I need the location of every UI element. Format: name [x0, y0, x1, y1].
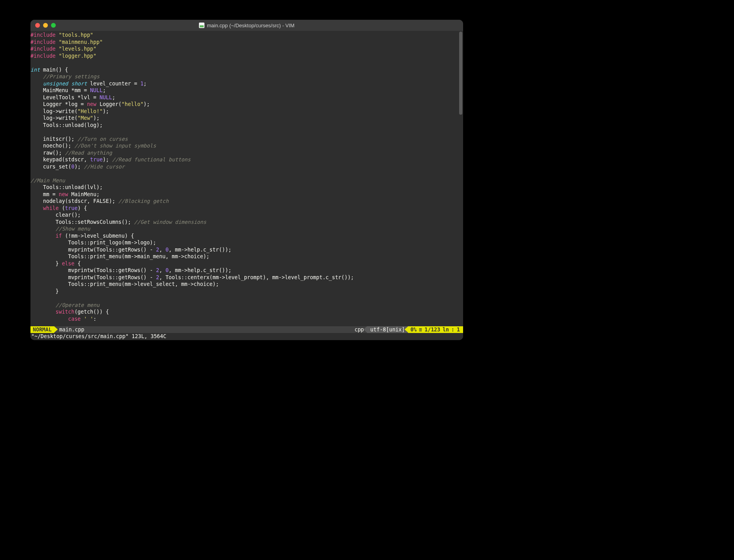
window-title: main.cpp (~/Desktop/curses/src) - VIM	[30, 23, 463, 28]
code-view[interactable]: #include "tools.hpp" #include "mainmenu.…	[30, 31, 463, 340]
traffic-lights	[30, 23, 56, 28]
title-text: main.cpp (~/Desktop/curses/src) - VIM	[207, 23, 294, 28]
titlebar: main.cpp (~/Desktop/curses/src) - VIM	[30, 20, 463, 31]
scrollbar-thumb[interactable]	[459, 32, 462, 115]
separator-icon	[54, 326, 58, 333]
terminal-window: main.cpp (~/Desktop/curses/src) - VIM #i…	[30, 20, 463, 340]
vim-mode: NORMAL	[30, 326, 54, 333]
close-icon[interactable]	[35, 23, 40, 28]
percent-icon: ≡	[419, 326, 422, 333]
document-icon	[199, 23, 204, 28]
status-line: NORMAL main.cpp cpp utf-8[unix] 0% ≡ 1/1…	[30, 326, 463, 333]
editor-area[interactable]: #include "tools.hpp" #include "mainmenu.…	[30, 31, 463, 340]
status-filename: main.cpp	[58, 326, 87, 333]
minimize-icon[interactable]	[43, 23, 48, 28]
zoom-icon[interactable]	[51, 23, 56, 28]
status-encoding: utf-8[unix]	[367, 326, 408, 333]
status-position: 0% ≡ 1/123 ln : 1	[408, 326, 463, 333]
message-line: "~/Desktop/curses/src/main.cpp" 123L, 35…	[30, 333, 463, 340]
